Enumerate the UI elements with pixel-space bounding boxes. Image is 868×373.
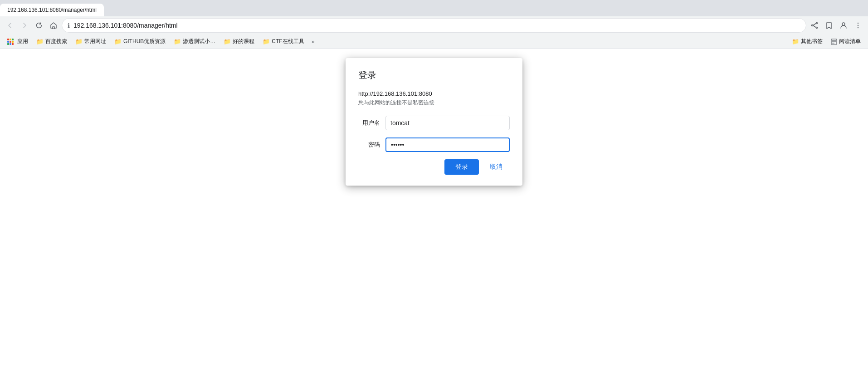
connection-icon: ℹ — [68, 22, 70, 29]
bookmark-label: CTF在线工具 — [272, 38, 304, 45]
page-content: 登录 http://192.168.136.101:8080 您与此网站的连接不… — [0, 49, 868, 373]
svg-line-3 — [813, 24, 816, 26]
toolbar-right — [808, 19, 864, 32]
bookmarks-bar: 应用 📁 百度搜索 📁 常用网址 📁 GITHUB优质资源 📁 渗透测试小… 📁… — [0, 34, 868, 49]
svg-point-0 — [816, 23, 818, 24]
bookmark-common-urls[interactable]: 📁 常用网址 — [72, 36, 110, 47]
cancel-button[interactable]: 取消 — [483, 159, 510, 175]
username-label: 用户名 — [358, 119, 380, 127]
address-input[interactable] — [73, 22, 800, 29]
svg-line-4 — [813, 25, 816, 28]
folder-icon: 📁 — [75, 38, 83, 45]
password-input[interactable] — [385, 137, 510, 152]
auth-dialog-notice: 您与此网站的连接不是私密连接 — [358, 99, 510, 107]
auth-dialog: 登录 http://192.168.136.101:8080 您与此网站的连接不… — [346, 58, 522, 186]
username-input[interactable] — [385, 116, 510, 130]
folder-icon: 📁 — [263, 38, 270, 45]
profile-button[interactable] — [837, 19, 850, 32]
address-bar[interactable]: ℹ — [62, 18, 806, 33]
folder-icon: 📁 — [114, 38, 122, 45]
active-tab[interactable]: 192.168.136.101:8080/manager/html — [0, 4, 104, 16]
more-bookmarks-button[interactable]: » — [309, 37, 317, 46]
share-button[interactable] — [808, 19, 821, 32]
tab-title: 192.168.136.101:8080/manager/html — [7, 7, 97, 13]
folder-icon: 📁 — [36, 38, 44, 45]
apps-label: 应用 — [17, 38, 28, 45]
login-button[interactable]: 登录 — [444, 159, 479, 175]
bookmark-label: 百度搜索 — [45, 38, 67, 45]
bookmark-ctf[interactable]: 📁 CTF在线工具 — [259, 36, 307, 47]
folder-icon: 📁 — [792, 38, 799, 45]
reload-button[interactable] — [33, 19, 45, 32]
bookmark-label: 其他书签 — [801, 38, 823, 45]
bookmark-label: 好的课程 — [233, 38, 254, 45]
apps-bookmark[interactable]: 应用 — [4, 36, 32, 47]
bookmark-button[interactable] — [823, 19, 835, 32]
forward-button[interactable] — [18, 19, 31, 32]
toolbar: ℹ — [0, 16, 868, 34]
bookmark-label: 阅读清单 — [839, 38, 861, 45]
svg-point-1 — [816, 27, 818, 29]
password-label: 密码 — [358, 141, 380, 149]
bookmark-label: GITHUB优质资源 — [123, 38, 166, 45]
svg-point-8 — [858, 27, 858, 28]
bookmark-courses[interactable]: 📁 好的课程 — [220, 36, 258, 47]
svg-point-6 — [858, 23, 858, 24]
folder-icon: 📁 — [174, 38, 181, 45]
bookmark-label: 渗透测试小… — [183, 38, 215, 45]
auth-dialog-title: 登录 — [358, 69, 510, 81]
password-row: 密码 — [358, 137, 510, 152]
bookmark-reading[interactable]: 阅读清单 — [827, 36, 864, 47]
home-button[interactable] — [47, 19, 60, 32]
reading-list-icon — [831, 39, 837, 45]
bookmark-label: 常用网址 — [84, 38, 106, 45]
tab-bar: 192.168.136.101:8080/manager/html — [0, 0, 868, 16]
auth-dialog-overlay: 登录 http://192.168.136.101:8080 您与此网站的连接不… — [0, 49, 868, 373]
apps-icon — [7, 39, 14, 45]
back-button[interactable] — [4, 19, 16, 32]
auth-dialog-url: http://192.168.136.101:8080 — [358, 90, 510, 97]
folder-icon: 📁 — [224, 38, 231, 45]
bookmark-github[interactable]: 📁 GITHUB优质资源 — [111, 36, 169, 47]
browser-chrome: 192.168.136.101:8080/manager/html — [0, 0, 868, 49]
svg-point-7 — [858, 25, 858, 26]
bookmark-baidu[interactable]: 📁 百度搜索 — [33, 36, 71, 47]
username-row: 用户名 — [358, 116, 510, 130]
svg-point-2 — [812, 25, 813, 26]
menu-button[interactable] — [852, 19, 864, 32]
bookmark-pentest[interactable]: 📁 渗透测试小… — [170, 36, 219, 47]
auth-buttons: 登录 取消 — [358, 159, 510, 175]
svg-point-5 — [842, 23, 845, 25]
bookmark-other[interactable]: 📁 其他书签 — [788, 36, 826, 47]
